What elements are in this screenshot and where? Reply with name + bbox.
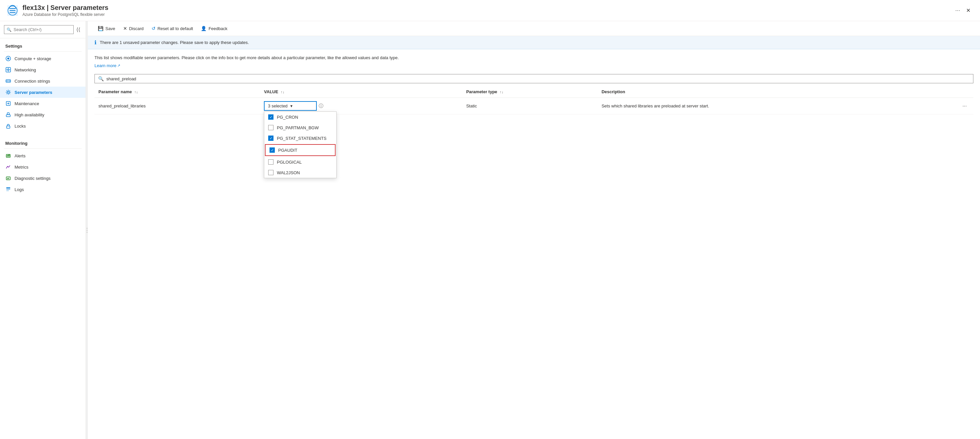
table-header-row: Parameter name ↑↓ VALUE ↑↓ Parameter typ… [94,86,974,98]
discard-icon: ✕ [123,26,127,31]
parameter-search-input[interactable] [107,77,970,81]
sidebar-search-input[interactable] [4,25,74,34]
server-icon [6,5,19,16]
checkbox-pglogical[interactable] [268,159,274,164]
checkbox-pg-cron[interactable] [268,114,274,120]
dropdown-item-pg-stat-statements[interactable]: PG_STAT_STATEMENTS [264,133,336,144]
dropdown-item-label-pglogical: PGLOGICAL [277,160,302,164]
page-title: flex13x | Server parameters [22,4,949,11]
reset-icon: ↺ [152,26,156,31]
server-parameters-icon [5,89,11,95]
sidebar: 🔍 ⟨⟨ Settings Compute + storage Networki… [0,21,86,439]
dropdown-item-pg-partman-bgw[interactable]: PG_PARTMAN_BGW [264,122,336,133]
value-dropdown-wrapper: 3 selected ▾ PG_CRO [264,101,317,111]
info-banner-message: There are 1 unsaved parameter changes. P… [100,40,249,45]
save-button[interactable]: 💾 Save [94,24,119,33]
col-value[interactable]: VALUE ↑↓ [260,86,462,98]
svg-point-10 [6,81,8,81]
svg-rect-27 [6,189,10,190]
sidebar-item-compute-storage[interactable]: Compute + storage [0,53,86,64]
content-area: 💾 Save ✕ Discard ↺ Reset all to default … [88,21,980,439]
logs-icon [5,187,11,192]
header-title-block: flex13x | Server parameters Azure Databa… [22,4,949,17]
description-area: This list shows modifiable server parame… [88,49,980,72]
sidebar-item-diagnostic-settings[interactable]: Diagnostic settings [0,172,86,184]
sidebar-item-maintenance[interactable]: Maintenance [0,98,86,109]
header: flex13x | Server parameters Azure Databa… [0,0,980,21]
reset-button[interactable]: ↺ Reset all to default [148,24,197,33]
row-ellipsis-button[interactable]: ··· [960,102,969,110]
dropdown-item-label-pg-cron: PG_CRON [277,115,298,120]
parameters-table: Parameter name ↑↓ VALUE ↑↓ Parameter typ… [94,86,974,114]
sidebar-item-server-parameters[interactable]: Server parameters [0,86,86,98]
svg-rect-28 [6,190,9,191]
settings-section-label: Settings [0,38,86,50]
connection-strings-icon [5,78,11,84]
sidebar-item-connection-strings[interactable]: Connection strings [0,75,86,86]
dropdown-item-pglogical[interactable]: PGLOGICAL [264,157,336,167]
sidebar-item-label: Locks [14,124,26,129]
sidebar-item-metrics[interactable]: Metrics [0,161,86,172]
sidebar-item-locks[interactable]: Locks [0,120,86,132]
col-parameter-name[interactable]: Parameter name ↑↓ [94,86,260,98]
sidebar-item-label: High availability [14,112,44,117]
sidebar-collapse-button[interactable]: ⟨⟨ [74,24,83,35]
dropdown-chevron-icon: ▾ [290,104,293,109]
sidebar-item-label: Metrics [14,164,29,169]
feedback-button[interactable]: 👤 Feedback [197,24,231,33]
locks-icon [5,123,11,129]
page-subtitle: Azure Database for PostgreSQL flexible s… [22,12,949,17]
monitoring-divider [4,148,81,149]
svg-rect-16 [6,115,10,117]
sidebar-item-logs[interactable]: Logs [0,184,86,195]
info-banner: ℹ There are 1 unsaved parameter changes.… [88,36,980,49]
toolbar: 💾 Save ✕ Discard ↺ Reset all to default … [88,21,980,36]
sidebar-item-label: Networking [14,67,36,72]
checkbox-pg-partman-bgw[interactable] [268,125,274,130]
discard-button[interactable]: ✕ Discard [120,24,147,33]
dropdown-item-pg-cron[interactable]: PG_CRON [264,112,336,122]
sidebar-item-networking[interactable]: Networking [0,64,86,75]
checkbox-pg-stat-statements[interactable] [268,136,274,141]
feedback-icon: 👤 [201,26,207,31]
sidebar-search-icon: 🔍 [6,27,11,32]
dropdown-item-label-pgaudit: PGAUDIT [278,148,297,153]
sidebar-item-label: Diagnostic settings [14,176,51,181]
maintenance-icon [5,101,11,107]
external-link-icon: ↗ [117,63,120,69]
sidebar-item-label: Alerts [14,153,25,158]
svg-point-12 [7,91,9,93]
cell-parameter-name: shared_preload_libraries [94,98,260,114]
dropdown-item-pgaudit[interactable]: PGAUDIT [265,144,336,156]
dropdown-item-wal2json[interactable]: WAL2JSON [264,167,336,178]
close-button[interactable]: ✕ [963,5,974,16]
monitoring-section-label: Monitoring [0,136,86,147]
sort-icon-parameter-name: ↑↓ [134,90,138,94]
col-parameter-type[interactable]: Parameter type ↑↓ [462,86,598,98]
value-dropdown-button[interactable]: 3 selected ▾ [264,101,317,111]
learn-more-link[interactable]: Learn more ↗ [94,62,120,69]
svg-point-3 [7,57,9,59]
table-container: Parameter name ↑↓ VALUE ↑↓ Parameter typ… [88,86,980,439]
sort-icon-value: ↑↓ [281,90,285,94]
dropdown-item-label-pg-partman-bgw: PG_PARTMAN_BGW [277,125,319,130]
save-icon: 💾 [98,26,103,31]
value-info-icon[interactable]: ⓘ [319,103,323,109]
metrics-icon [5,164,11,170]
sidebar-item-label: Compute + storage [14,56,51,61]
checkbox-pgaudit[interactable] [269,147,275,153]
selected-value-label: 3 selected [268,104,287,109]
svg-rect-18 [6,126,10,128]
sidebar-item-high-availability[interactable]: High availability [0,109,86,120]
sidebar-item-label: Maintenance [14,101,39,106]
cell-parameter-type: Static [462,98,598,114]
search-bar-icon: 🔍 [98,76,104,81]
header-ellipsis-button[interactable]: ··· [953,6,963,15]
svg-point-11 [9,81,10,81]
table-row: shared_preload_libraries 3 selected ▾ [94,98,974,114]
checkbox-wal2json[interactable] [268,170,274,175]
sidebar-item-label: Connection strings [14,79,50,84]
sidebar-item-alerts[interactable]: Alerts [0,150,86,161]
alerts-icon [5,153,11,159]
sidebar-item-label: Server parameters [14,90,52,95]
